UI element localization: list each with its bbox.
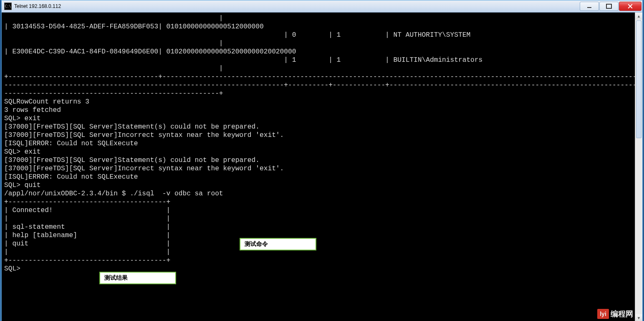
close-button[interactable]: [619, 2, 641, 11]
maximize-button[interactable]: [599, 2, 619, 11]
annotation-test-result: 测试结果: [99, 272, 176, 284]
watermark-logo: lyi: [597, 309, 609, 319]
annotation-test-command: 测试命令: [240, 238, 316, 250]
terminal-body[interactable]: | | 30134553-D504-4825-ADEF-FEA859DBF053…: [2, 13, 642, 321]
scroll-track[interactable]: [635, 20, 642, 314]
vertical-scrollbar[interactable]: ▲ ▼: [635, 13, 642, 321]
telnet-window: C:\ Telnet 192.168.0.112 | | 30134553-D5…: [1, 0, 643, 321]
terminal-output[interactable]: | | 30134553-D504-4825-ADEF-FEA859DBF053…: [2, 13, 642, 275]
window-controls: [579, 2, 641, 11]
window-title: Telnet 192.168.0.112: [14, 3, 579, 9]
scroll-thumb[interactable]: [636, 20, 641, 138]
watermark-text: 编程网: [611, 309, 633, 319]
window-icon: C:\: [4, 3, 12, 10]
minimize-button[interactable]: [580, 2, 599, 11]
scroll-up-arrow[interactable]: ▲: [635, 13, 642, 20]
scroll-down-arrow[interactable]: ▼: [635, 314, 642, 321]
watermark: lyi 编程网: [597, 309, 633, 319]
titlebar[interactable]: C:\ Telnet 192.168.0.112: [2, 0, 642, 13]
